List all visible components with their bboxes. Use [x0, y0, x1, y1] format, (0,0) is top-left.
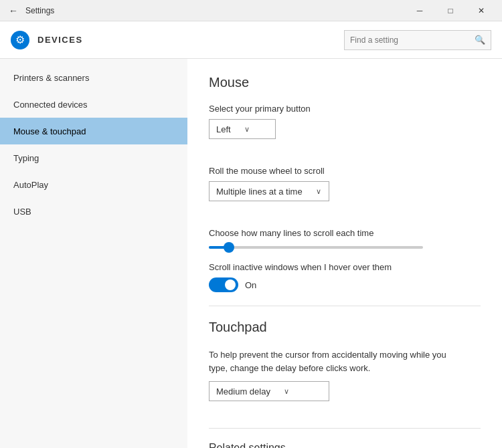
sidebar-item-mouse[interactable]: Mouse & touchpad	[0, 118, 187, 144]
mouse-section-title: Mouse	[209, 75, 481, 90]
sidebar-item-usb[interactable]: USB	[0, 198, 187, 225]
minimize-button[interactable]: ─	[404, 0, 435, 21]
scroll-inactive-label: Scroll inactive windows when I hover ove…	[209, 262, 481, 272]
sidebar-item-printers[interactable]: Printers & scanners	[0, 64, 187, 91]
touchpad-delay-dropdown[interactable]: Medium delay ∨	[209, 381, 329, 401]
maximize-button[interactable]: □	[435, 0, 466, 21]
header-title: DEVICES	[37, 35, 336, 45]
search-input[interactable]	[350, 35, 475, 45]
devices-icon: ⚙	[11, 31, 29, 49]
primary-button-arrow: ∨	[244, 125, 250, 134]
back-button[interactable]: ←	[5, 3, 21, 19]
scroll-wheel-block: Roll the mouse wheel to scroll Multiple …	[209, 166, 481, 215]
body-layout: Printers & scanners Connected devices Mo…	[0, 59, 502, 448]
sidebar: Printers & scanners Connected devices Mo…	[0, 59, 187, 448]
scroll-slider-thumb[interactable]	[224, 242, 234, 253]
search-icon: 🔍	[475, 35, 485, 45]
primary-button-value: Left	[216, 124, 231, 134]
close-button[interactable]: ✕	[466, 0, 497, 21]
titlebar: ← Settings ─ □ ✕	[0, 0, 502, 21]
main-content: Mouse Select your primary button Left ∨ …	[187, 59, 502, 448]
content-wrapper: ⚙ DEVICES 🔍 Printers & scanners Connecte…	[0, 21, 502, 448]
scroll-slider-track[interactable]	[209, 246, 423, 249]
search-box[interactable]: 🔍	[344, 30, 491, 50]
divider-2	[209, 428, 481, 429]
divider-1	[209, 306, 481, 306]
primary-button-dropdown[interactable]: Left ∨	[209, 119, 276, 139]
scroll-wheel-value: Multiple lines at a time	[216, 187, 303, 197]
sidebar-item-connected[interactable]: Connected devices	[0, 91, 187, 118]
toggle-knob	[225, 279, 236, 290]
scroll-lines-block: Choose how many lines to scroll each tim…	[209, 228, 481, 249]
scroll-inactive-toggle[interactable]	[209, 277, 238, 292]
sidebar-item-autoplay[interactable]: AutoPlay	[0, 171, 187, 198]
touchpad-delay-value: Medium delay	[216, 386, 270, 397]
scroll-wheel-arrow: ∨	[316, 187, 321, 196]
app-header: ⚙ DEVICES 🔍	[0, 21, 502, 59]
toggle-row: On	[209, 277, 481, 292]
scroll-lines-label: Choose how many lines to scroll each tim…	[209, 228, 481, 238]
sidebar-item-typing[interactable]: Typing	[0, 144, 187, 171]
primary-button-label: Select your primary button	[209, 104, 481, 114]
touchpad-delay-block: To help prevent the cursor from accident…	[209, 348, 481, 415]
touchpad-section-title: Touchpad	[209, 320, 481, 335]
related-settings-title: Related settings	[209, 442, 481, 448]
touchpad-desc: To help prevent the cursor from accident…	[209, 348, 463, 374]
scroll-wheel-dropdown[interactable]: Multiple lines at a time ∨	[209, 181, 329, 201]
toggle-state-label: On	[245, 280, 256, 290]
scroll-inactive-block: Scroll inactive windows when I hover ove…	[209, 262, 481, 292]
window-controls: ─ □ ✕	[404, 0, 497, 21]
window-title: Settings	[25, 6, 404, 15]
scroll-wheel-label: Roll the mouse wheel to scroll	[209, 166, 481, 176]
primary-button-block: Select your primary button Left ∨	[209, 104, 481, 152]
touchpad-delay-arrow: ∨	[284, 387, 289, 396]
